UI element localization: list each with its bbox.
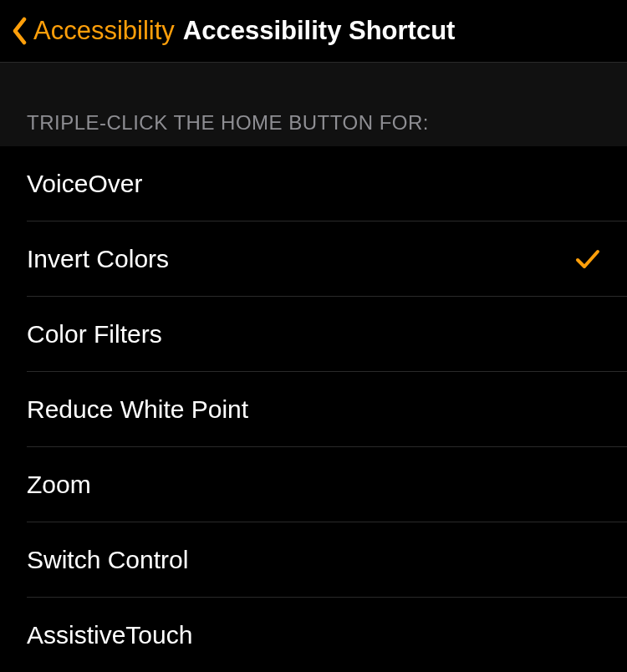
page-title: Accessibility Shortcut <box>183 16 456 46</box>
list-item-label: Invert Colors <box>27 245 169 273</box>
list-item-label: Zoom <box>27 471 91 499</box>
list-item-voiceover[interactable]: VoiceOver <box>0 146 627 221</box>
list-item-zoom[interactable]: Zoom <box>0 447 627 522</box>
list-item-reduce-white-point[interactable]: Reduce White Point <box>0 372 627 447</box>
shortcut-list: VoiceOver Invert Colors Color Filters Re… <box>0 146 627 672</box>
back-label: Accessibility <box>33 16 175 46</box>
list-item-assistivetouch[interactable]: AssistiveTouch <box>0 598 627 672</box>
list-item-color-filters[interactable]: Color Filters <box>0 297 627 372</box>
list-item-label: VoiceOver <box>27 170 142 198</box>
list-item-label: Color Filters <box>27 320 162 349</box>
navigation-bar: Accessibility Accessibility Shortcut <box>0 0 627 63</box>
back-button[interactable]: Accessibility <box>12 16 175 46</box>
list-item-switch-control[interactable]: Switch Control <box>0 522 627 598</box>
chevron-left-icon <box>12 17 28 45</box>
section-header: TRIPLE-CLICK THE HOME BUTTON FOR: <box>0 63 627 146</box>
list-item-invert-colors[interactable]: Invert Colors <box>0 221 627 297</box>
checkmark-icon <box>575 248 600 270</box>
list-item-label: AssistiveTouch <box>27 621 192 649</box>
list-item-label: Switch Control <box>27 546 188 574</box>
list-item-label: Reduce White Point <box>27 395 248 424</box>
